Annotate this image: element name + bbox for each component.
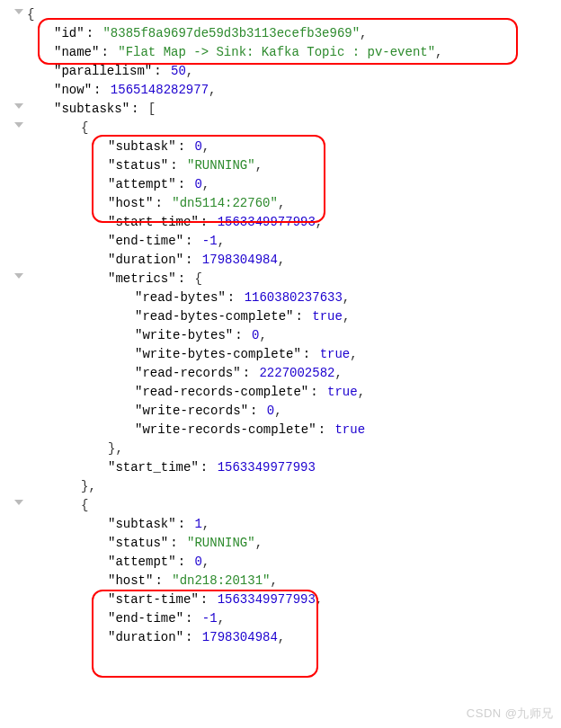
brace-open: { [27,5,561,24]
val-host: dn5114:22760 [180,196,271,210]
val-attempt: 0 [194,555,201,569]
json-property: "subtask": 1, [27,515,561,534]
json-property: "read-records-complete": true, [27,383,561,402]
json-property: "read-records": 2227002582, [27,364,561,383]
key-read-bytes: read-bytes [142,290,218,305]
val-duration: 1798304984 [202,630,278,644]
json-property: "status": "RUNNING", [27,534,561,553]
key-name: name [61,45,92,59]
json-property: "duration": 1798304984, [27,628,561,647]
json-property: "end-time": -1, [27,609,561,628]
brace-open: { [27,496,561,515]
json-property: "write-records-complete": true [27,421,561,439]
val-now: 1565148282977 [111,83,209,97]
json-property: "write-bytes-complete": true, [27,345,561,364]
brace-open: { [27,119,561,138]
val-subtask: 0 [194,139,201,154]
val-write-records: 0 [267,404,274,418]
key-start-time: start-time [115,215,191,229]
val-status: RUNNING [194,158,247,173]
key-subtasks: subtasks [61,102,121,116]
key-id: id [61,26,76,40]
json-property: "end-time": -1, [27,232,561,251]
key-now: now [61,83,84,97]
key-host: host [115,573,146,588]
json-property: "write-bytes": 0, [27,326,561,345]
key-end-time: end-time [115,234,175,248]
json-property: "metrics": { [27,270,561,289]
val-id: 8385f8a9697de59d3b3113ecefb3e969 [111,26,352,40]
key-write-records-complete: write-records-complete [142,422,308,437]
json-property: "name": "Flat Map -> Sink: Kafka Topic :… [27,43,561,62]
json-property: "id": "8385f8a9697de59d3b3113ecefb3e969"… [27,24,561,43]
val-end-time: -1 [202,611,218,626]
val-subtask: 1 [194,517,201,531]
key-host: host [115,196,146,210]
val-start-time: 1563349977993 [218,592,316,607]
toggle-arrow-icon[interactable] [14,273,23,279]
key-attempt: attempt [115,555,168,569]
val-attempt: 0 [194,177,201,191]
toggle-arrow-icon[interactable] [14,122,23,128]
brace-close: }, [27,477,561,496]
val-read-bytes-complete: true [312,309,343,324]
key-status: status [115,158,160,173]
json-property: "status": "RUNNING", [27,156,561,175]
key-start_time: start_time [115,460,191,475]
val-duration: 1798304984 [202,253,278,267]
key-attempt: attempt [115,177,168,191]
toggle-arrow-icon[interactable] [14,103,23,109]
json-property: "host": "dn218:20131", [27,572,561,590]
json-property: "subtasks": [ [27,100,561,119]
val-write-bytes-complete: true [320,347,351,361]
val-status: RUNNING [194,536,247,550]
key-end-time: end-time [115,611,175,626]
key-subtask: subtask [115,517,168,531]
val-read-records: 2227002582 [259,366,334,380]
json-property: "read-bytes-complete": true, [27,307,561,326]
key-status: status [115,536,160,550]
key-write-records: write-records [142,404,240,418]
json-property: "duration": 1798304984, [27,251,561,270]
val-write-records-complete: true [334,422,365,437]
json-property: "start-time": 1563349977993, [27,590,561,609]
json-property: "read-bytes": 1160380237633, [27,289,561,307]
key-write-bytes: write-bytes [142,328,225,342]
key-metrics: metrics [115,271,168,286]
val-name: Flat Map -> Sink: Kafka Topic : pv-event [126,45,428,59]
toggle-arrow-icon[interactable] [14,9,23,14]
json-property: "start-time": 1563349977993, [27,213,561,232]
val-read-records-complete: true [327,385,358,399]
json-property: "attempt": 0, [27,175,561,194]
val-start-time: 1563349977993 [218,215,316,229]
key-read-records-complete: read-records-complete [142,385,300,399]
key-duration: duration [115,630,175,644]
json-property: "attempt": 0, [27,553,561,572]
val-parallelism: 50 [171,64,186,78]
key-read-records: read-records [142,366,233,380]
json-property: "host": "dn5114:22760", [27,194,561,213]
json-property: "write-records": 0, [27,402,561,421]
brace-close: }, [27,439,561,458]
json-tree-viewer: { "id": "8385f8a9697de59d3b3113ecefb3e96… [0,0,561,647]
val-read-bytes: 1160380237633 [245,290,343,305]
val-start_time: 1563349977993 [218,460,316,475]
key-duration: duration [115,253,175,267]
key-parallelism: parallelism [61,64,144,78]
val-host: dn218:20131 [180,573,263,588]
key-subtask: subtask [115,139,168,154]
watermark-label: CSDN @九师兄 [467,704,554,723]
json-property: "subtask": 0, [27,138,561,156]
val-end-time: -1 [202,234,218,248]
key-write-bytes-complete: write-bytes-complete [142,347,293,361]
json-property: "start_time": 1563349977993 [27,458,561,477]
key-read-bytes-complete: read-bytes-complete [142,309,286,324]
key-start-time: start-time [115,592,191,607]
toggle-arrow-icon[interactable] [14,500,23,505]
json-property: "now": 1565148282977, [27,81,561,100]
json-property: "parallelism": 50, [27,62,561,81]
